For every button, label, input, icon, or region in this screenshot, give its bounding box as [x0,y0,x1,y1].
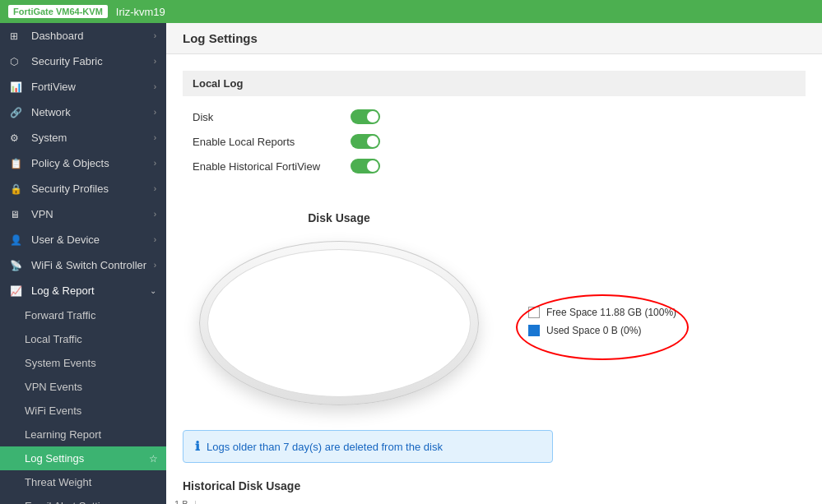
sidebar-item-label: Policy & Objects [31,157,154,169]
star-icon: ☆ [149,453,158,465]
chevron-right-icon: › [154,108,156,117]
info-icon: ℹ [195,439,200,454]
sidebar-item-system[interactable]: ⚙ System › [0,125,166,150]
disk-toggle[interactable] [351,109,380,124]
disk-chart: Disk Usage [183,211,495,414]
enable-historical-toggle[interactable] [351,159,380,173]
disk-label: Disk [193,111,341,123]
wifi-icon: 📡 [10,260,25,271]
disk-legend: Free Space 11.88 GB (100%) Used Space 0 … [528,307,676,343]
chevron-right-icon: › [154,184,156,193]
wifi-events-label: WiFi Events [25,405,81,417]
content-body: Local Log Disk Enable Local Reports Enab… [166,54,822,195]
sidebar-item-label: WiFi & Switch Controller [31,259,154,271]
topbar: FortiGate VM64-KVM Iriz-kvm19 [0,0,822,23]
sidebar-item-label: FortiView [31,81,154,93]
sidebar-subitem-forward-traffic[interactable]: Forward Traffic [0,303,166,327]
enable-local-reports-toggle[interactable] [351,134,380,149]
sidebar-item-label: System [31,132,154,144]
policy-icon: 📋 [10,158,25,169]
security-profiles-icon: 🔒 [10,183,25,195]
vpn-icon: 🖥 [10,209,25,220]
system-events-label: System Events [25,357,96,369]
enable-local-reports-row: Enable Local Reports [183,129,806,154]
topbar-logo: FortiGate VM64-KVM [8,5,108,18]
dashboard-icon: ⊞ [10,30,25,42]
system-icon: ⚙ [10,132,25,144]
sidebar-item-label: Network [31,106,154,118]
chevron-right-icon: › [154,235,156,244]
local-traffic-label: Local Traffic [25,333,82,345]
legend-oval [516,294,689,360]
enable-local-reports-label: Enable Local Reports [193,136,341,148]
sidebar-item-label: VPN [31,208,154,220]
sidebar-item-wifi-switch[interactable]: 📡 WiFi & Switch Controller › [0,252,166,278]
sidebar-subitem-log-settings[interactable]: Log Settings ☆ [0,446,166,470]
sidebar-item-dashboard[interactable]: ⊞ Dashboard › [0,23,166,49]
sidebar-subitem-system-events[interactable]: System Events [0,351,166,375]
sidebar: ⊞ Dashboard › ⬡ Security Fabric › 📊 Fort… [0,23,166,504]
fortiview-icon: 📊 [10,81,25,93]
disk-ellipse-container [191,233,487,414]
disk-usage-container: Disk Usage Free Space 11.88 GB (100%) Us… [166,211,822,414]
local-log-title: Local Log [183,71,806,96]
historical-y-label: 1 B [174,499,188,504]
sidebar-item-policy-objects[interactable]: 📋 Policy & Objects › [0,150,166,176]
info-message: Logs older than 7 day(s) are deleted fro… [207,441,443,453]
disk-usage-title: Disk Usage [308,211,369,224]
vpn-events-label: VPN Events [25,381,82,393]
historical-title: Historical Disk Usage [166,463,822,501]
security-fabric-icon: ⬡ [10,56,25,67]
ellipse-inner [207,249,471,397]
enable-historical-label: Enable Historical FortiView [193,160,341,173]
historical-chart [195,501,806,504]
log-settings-label: Log Settings [25,452,84,465]
disk-row: Disk [183,104,806,129]
main-layout: ⊞ Dashboard › ⬡ Security Fabric › 📊 Fort… [0,23,822,504]
sidebar-item-fortiview[interactable]: 📊 FortiView › [0,74,166,99]
sidebar-item-label: Dashboard [31,30,154,42]
sidebar-item-vpn[interactable]: 🖥 VPN › [0,201,166,227]
sidebar-subitem-local-traffic[interactable]: Local Traffic [0,327,166,351]
page-title: Log Settings [166,23,822,54]
sidebar-subitem-vpn-events[interactable]: VPN Events [0,375,166,399]
chevron-right-icon: › [154,133,156,142]
sidebar-item-label: Security Fabric [31,55,154,67]
email-alert-settings-label: Email Alert Settings [25,500,118,504]
sidebar-item-label: User & Device [31,234,154,246]
content-area: Log Settings Local Log Disk Enable Local… [166,23,822,504]
sidebar-item-network[interactable]: 🔗 Network › [0,99,166,125]
sidebar-subitem-threat-weight[interactable]: Threat Weight [0,470,166,494]
sidebar-subitem-email-alert-settings[interactable]: Email Alert Settings [0,494,166,504]
historical-chart-container: 1 B [166,501,822,504]
forward-traffic-label: Forward Traffic [25,309,95,321]
user-icon: 👤 [10,234,25,246]
sidebar-subitem-learning-report[interactable]: Learning Report [0,423,166,446]
sidebar-subitem-wifi-events[interactable]: WiFi Events [0,399,166,423]
sidebar-item-security-fabric[interactable]: ⬡ Security Fabric › [0,49,166,74]
topbar-hostname: Iriz-kvm19 [116,6,165,18]
sidebar-item-user-device[interactable]: 👤 User & Device › [0,227,166,252]
chevron-down-icon: ⌄ [150,286,156,295]
chevron-right-icon: › [154,31,156,40]
sidebar-item-label: Log & Report [31,284,150,297]
info-box: ℹ Logs older than 7 day(s) are deleted f… [183,430,553,463]
chevron-right-icon: › [154,57,156,66]
log-report-icon: 📈 [10,285,25,297]
chevron-right-icon: › [154,82,156,91]
sidebar-item-security-profiles[interactable]: 🔒 Security Profiles › [0,176,166,201]
threat-weight-label: Threat Weight [25,476,91,488]
learning-report-label: Learning Report [25,428,101,441]
sidebar-item-label: Security Profiles [31,183,154,195]
chevron-right-icon: › [154,261,156,270]
enable-historical-row: Enable Historical FortiView [183,154,806,178]
chevron-right-icon: › [154,210,156,219]
sidebar-item-log-report[interactable]: 📈 Log & Report ⌄ [0,278,166,303]
chevron-right-icon: › [154,159,156,168]
network-icon: 🔗 [10,107,25,118]
